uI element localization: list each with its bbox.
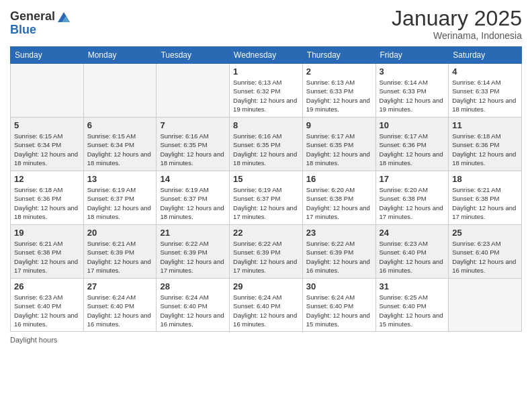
day-number: 20: [87, 228, 153, 238]
day-info: Sunrise: 6:16 AMSunset: 6:35 PMDaylight:…: [160, 132, 226, 167]
logo-icon: [56, 10, 71, 25]
day-number: 13: [87, 174, 153, 184]
location-title: Werinama, Indonesia: [392, 30, 522, 41]
calendar-row-2: 12Sunrise: 6:18 AMSunset: 6:36 PMDayligh…: [11, 171, 522, 225]
calendar-cell: 28Sunrise: 6:24 AMSunset: 6:40 PMDayligh…: [157, 279, 230, 332]
calendar-cell: 30Sunrise: 6:24 AMSunset: 6:40 PMDayligh…: [302, 279, 375, 332]
day-info: Sunrise: 6:15 AMSunset: 6:34 PMDaylight:…: [14, 132, 80, 167]
day-number: 26: [14, 281, 80, 291]
day-info: Sunrise: 6:24 AMSunset: 6:40 PMDaylight:…: [233, 293, 299, 328]
calendar-cell: 16Sunrise: 6:20 AMSunset: 6:38 PMDayligh…: [302, 171, 375, 225]
day-number: 22: [233, 228, 299, 238]
day-number: 25: [452, 228, 518, 238]
calendar-cell: 9Sunrise: 6:17 AMSunset: 6:35 PMDaylight…: [302, 118, 375, 171]
day-info: Sunrise: 6:18 AMSunset: 6:36 PMDaylight:…: [452, 132, 518, 167]
day-number: 16: [306, 174, 372, 184]
day-info: Sunrise: 6:20 AMSunset: 6:38 PMDaylight:…: [306, 185, 372, 221]
day-info: Sunrise: 6:22 AMSunset: 6:39 PMDaylight:…: [160, 239, 226, 275]
day-number: 30: [306, 281, 372, 291]
day-info: Sunrise: 6:13 AMSunset: 6:33 PMDaylight:…: [306, 78, 372, 113]
day-number: 21: [160, 228, 226, 238]
day-number: 8: [233, 120, 299, 130]
day-info: Sunrise: 6:19 AMSunset: 6:37 PMDaylight:…: [160, 185, 226, 221]
day-info: Sunrise: 6:14 AMSunset: 6:33 PMDaylight:…: [380, 78, 445, 113]
day-info: Sunrise: 6:19 AMSunset: 6:37 PMDaylight:…: [87, 185, 153, 221]
day-number: 10: [380, 120, 445, 130]
calendar-cell: 15Sunrise: 6:19 AMSunset: 6:37 PMDayligh…: [230, 171, 303, 225]
calendar-cell: [449, 279, 522, 332]
day-number: 15: [233, 174, 299, 184]
day-info: Sunrise: 6:17 AMSunset: 6:35 PMDaylight:…: [306, 132, 372, 167]
calendar-cell: 20Sunrise: 6:21 AMSunset: 6:39 PMDayligh…: [83, 225, 157, 279]
calendar-cell: 17Sunrise: 6:20 AMSunset: 6:38 PMDayligh…: [375, 171, 449, 225]
day-info: Sunrise: 6:24 AMSunset: 6:40 PMDaylight:…: [87, 293, 153, 328]
calendar-cell: 12Sunrise: 6:18 AMSunset: 6:36 PMDayligh…: [11, 171, 84, 225]
day-number: 12: [14, 174, 80, 184]
day-info: Sunrise: 6:23 AMSunset: 6:40 PMDaylight:…: [14, 293, 80, 328]
day-number: 24: [380, 228, 445, 238]
day-info: Sunrise: 6:22 AMSunset: 6:39 PMDaylight:…: [233, 239, 299, 275]
day-number: 9: [306, 120, 372, 130]
calendar-cell: 23Sunrise: 6:22 AMSunset: 6:39 PMDayligh…: [302, 225, 375, 279]
day-info: Sunrise: 6:16 AMSunset: 6:35 PMDaylight:…: [233, 132, 299, 167]
calendar-cell: 11Sunrise: 6:18 AMSunset: 6:36 PMDayligh…: [449, 118, 522, 171]
calendar-cell: 19Sunrise: 6:21 AMSunset: 6:38 PMDayligh…: [11, 225, 84, 279]
calendar-cell: 5Sunrise: 6:15 AMSunset: 6:34 PMDaylight…: [11, 118, 84, 171]
calendar-cell: [157, 64, 230, 118]
calendar-cell: 18Sunrise: 6:21 AMSunset: 6:38 PMDayligh…: [449, 171, 522, 225]
title-block: January 2025 Werinama, Indonesia: [392, 7, 522, 41]
calendar-cell: [83, 64, 157, 118]
day-number: 4: [452, 66, 518, 77]
day-number: 14: [160, 174, 226, 184]
weekday-header-thursday: Thursday: [302, 47, 375, 64]
day-info: Sunrise: 6:18 AMSunset: 6:36 PMDaylight:…: [14, 185, 80, 221]
calendar-cell: 31Sunrise: 6:25 AMSunset: 6:40 PMDayligh…: [375, 279, 449, 332]
calendar-cell: 29Sunrise: 6:24 AMSunset: 6:40 PMDayligh…: [230, 279, 303, 332]
calendar-cell: 27Sunrise: 6:24 AMSunset: 6:40 PMDayligh…: [83, 279, 157, 332]
calendar-row-1: 5Sunrise: 6:15 AMSunset: 6:34 PMDaylight…: [11, 118, 522, 171]
weekday-header-wednesday: Wednesday: [230, 47, 303, 64]
day-number: 6: [87, 120, 153, 130]
calendar-row-4: 26Sunrise: 6:23 AMSunset: 6:40 PMDayligh…: [11, 279, 522, 332]
day-info: Sunrise: 6:23 AMSunset: 6:40 PMDaylight:…: [452, 239, 518, 275]
header: General Blue January 2025 Werinama, Indo…: [10, 7, 522, 41]
calendar-cell: 10Sunrise: 6:17 AMSunset: 6:36 PMDayligh…: [375, 118, 449, 171]
day-info: Sunrise: 6:24 AMSunset: 6:40 PMDaylight:…: [160, 293, 226, 328]
day-number: 7: [160, 120, 226, 130]
logo: General Blue: [10, 10, 71, 37]
weekday-header-tuesday: Tuesday: [157, 47, 230, 64]
day-number: 17: [380, 174, 445, 184]
day-number: 1: [233, 66, 299, 77]
day-number: 3: [380, 66, 445, 77]
day-number: 28: [160, 281, 226, 291]
daylight-label: Daylight hours: [10, 336, 57, 344]
calendar-row-0: 1Sunrise: 6:13 AMSunset: 6:32 PMDaylight…: [11, 64, 522, 118]
calendar-cell: 6Sunrise: 6:15 AMSunset: 6:34 PMDaylight…: [83, 118, 157, 171]
day-info: Sunrise: 6:13 AMSunset: 6:32 PMDaylight:…: [233, 78, 299, 113]
day-number: 2: [306, 66, 372, 77]
calendar-table: SundayMondayTuesdayWednesdayThursdayFrid…: [10, 46, 522, 332]
day-info: Sunrise: 6:22 AMSunset: 6:39 PMDaylight:…: [306, 239, 372, 275]
day-info: Sunrise: 6:17 AMSunset: 6:36 PMDaylight:…: [380, 132, 445, 167]
calendar-cell: 24Sunrise: 6:23 AMSunset: 6:40 PMDayligh…: [375, 225, 449, 279]
day-info: Sunrise: 6:24 AMSunset: 6:40 PMDaylight:…: [306, 293, 372, 328]
calendar-cell: 14Sunrise: 6:19 AMSunset: 6:37 PMDayligh…: [157, 171, 230, 225]
day-info: Sunrise: 6:21 AMSunset: 6:38 PMDaylight:…: [452, 185, 518, 221]
calendar-cell: 13Sunrise: 6:19 AMSunset: 6:37 PMDayligh…: [83, 171, 157, 225]
day-info: Sunrise: 6:15 AMSunset: 6:34 PMDaylight:…: [87, 132, 153, 167]
day-number: 31: [380, 281, 445, 291]
day-info: Sunrise: 6:14 AMSunset: 6:33 PMDaylight:…: [452, 78, 518, 113]
logo-general: General: [10, 10, 55, 24]
day-info: Sunrise: 6:23 AMSunset: 6:40 PMDaylight:…: [380, 239, 445, 275]
calendar-cell: 22Sunrise: 6:22 AMSunset: 6:39 PMDayligh…: [230, 225, 303, 279]
calendar-cell: [11, 64, 84, 118]
calendar-cell: 2Sunrise: 6:13 AMSunset: 6:33 PMDaylight…: [302, 64, 375, 118]
day-info: Sunrise: 6:25 AMSunset: 6:40 PMDaylight:…: [380, 293, 445, 328]
weekday-header-monday: Monday: [83, 47, 157, 64]
day-number: 19: [14, 228, 80, 238]
day-info: Sunrise: 6:21 AMSunset: 6:38 PMDaylight:…: [14, 239, 80, 275]
calendar-page: General Blue January 2025 Werinama, Indo…: [0, 0, 532, 411]
calendar-cell: 7Sunrise: 6:16 AMSunset: 6:35 PMDaylight…: [157, 118, 230, 171]
calendar-row-3: 19Sunrise: 6:21 AMSunset: 6:38 PMDayligh…: [11, 225, 522, 279]
weekday-header-saturday: Saturday: [449, 47, 522, 64]
